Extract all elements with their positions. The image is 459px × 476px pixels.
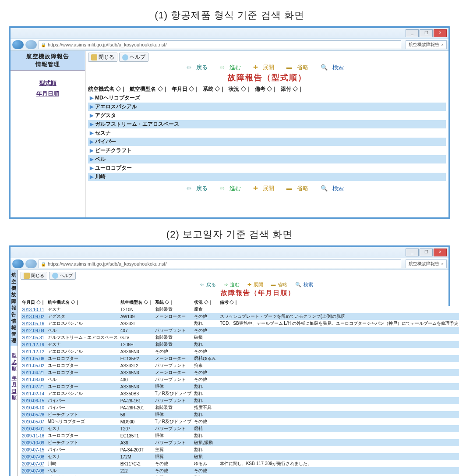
date-link[interactable]: 2013-09-02 [22, 314, 44, 319]
date-link[interactable]: 2011-12-19 [22, 342, 44, 347]
tab-close-icon[interactable]: × [441, 43, 444, 47]
date-link[interactable]: 2013-10-11 [22, 307, 44, 312]
browser-back-button[interactable] [12, 40, 24, 49]
date-cell[interactable]: 2011-12-12 [21, 348, 46, 355]
date-link[interactable]: 2010-06-15 [22, 398, 44, 403]
manufacturer-row[interactable]: ▶パイパー [88, 138, 446, 146]
date-link[interactable]: 2009-11-18 [22, 433, 44, 438]
manufacturer-row[interactable]: ▶ユーロコプター [88, 164, 446, 172]
date-link[interactable]: 2011-05-06 [22, 356, 44, 361]
tab-close-icon-2[interactable]: × [441, 262, 444, 266]
address-bar-2[interactable]: 🔒 https://www.asims.mlit.go.jp/fsdb/a_ko… [39, 259, 401, 268]
nav-forward[interactable]: ⇨ 進む [220, 64, 245, 71]
browser-forward-button[interactable] [25, 40, 37, 49]
date-link[interactable]: 2009-07-08 [22, 455, 44, 459]
date-link[interactable]: 2009-07-15 [22, 448, 44, 452]
nav-forward-2[interactable]: ⇨進む [224, 282, 242, 287]
date-link[interactable]: 2010-05-28 [22, 412, 44, 417]
nav-back[interactable]: ⇦ 戻る [187, 64, 212, 71]
column-header[interactable]: 添付 ◇｜ [281, 85, 303, 93]
table-column-header[interactable]: 航空機型名 ◇｜ [119, 299, 154, 306]
address-bar[interactable]: 🔒 https://www.asims.mlit.go.jp/fsdb/a_ko… [39, 40, 401, 49]
nav-collapse[interactable]: ▬ 省略 [286, 64, 312, 71]
column-header[interactable]: 系統 ◇｜ [203, 85, 225, 93]
date-cell[interactable]: 2009-07-07 [21, 460, 46, 467]
manufacturer-row[interactable]: ▶ベル [88, 155, 446, 163]
date-link[interactable]: 2009-07-07 [22, 462, 44, 466]
date-link[interactable]: 2011-02-14 [22, 391, 44, 396]
date-cell[interactable]: 2010-05-28 [21, 411, 46, 418]
date-link[interactable]: 2012-05-31 [22, 335, 44, 340]
window-max-button-2[interactable]: ☐ [420, 249, 433, 256]
date-cell[interactable]: 2009-11-18 [21, 432, 46, 439]
nav-collapse-2[interactable]: ▬省略 [271, 282, 290, 287]
date-cell[interactable]: 2012-05-31 [21, 334, 46, 341]
nav-search-bottom[interactable]: 🔍 検索 [321, 185, 348, 192]
date-cell[interactable]: 2013-09-02 [21, 313, 46, 320]
date-link[interactable]: 2011-04-21 [22, 370, 44, 375]
date-cell[interactable]: 2010-03-01 [21, 425, 46, 432]
window-close-button[interactable]: × [434, 29, 447, 37]
date-link[interactable]: 2011-05-02 [22, 363, 44, 368]
date-cell[interactable]: 2011-05-06 [21, 355, 46, 362]
window-min-button-2[interactable]: _ [406, 249, 419, 256]
date-cell[interactable]: 2009-07-15 [21, 446, 46, 453]
column-header[interactable]: 航空機式名 ◇｜ [88, 85, 126, 93]
date-cell[interactable]: 2009-06-24 [21, 474, 46, 476]
nav-back-bottom[interactable]: ⇦ 戻る [187, 185, 212, 192]
manufacturer-row[interactable]: ▶MDヘリコプターズ [88, 94, 446, 102]
column-header[interactable]: 航空機型名 ◇｜ [130, 85, 168, 93]
table-column-header[interactable]: 備考 ◇｜ [219, 299, 459, 306]
date-cell[interactable]: 2009-07-08 [21, 453, 46, 460]
date-cell[interactable]: 2010-06-10 [21, 404, 46, 411]
sidebar-link-type[interactable]: 型式順 [11, 79, 85, 87]
help-button-2[interactable]: ヘルプ [49, 272, 76, 280]
date-cell[interactable]: 2010-05-07 [21, 418, 46, 425]
browser-tab[interactable]: 航空機故障報告 × [406, 40, 447, 49]
column-header[interactable]: 備考 ◇｜ [255, 85, 277, 93]
sidebar-link-date-2[interactable]: 年月日順 [11, 375, 18, 401]
window-close-button-2[interactable]: × [434, 249, 447, 256]
date-link[interactable]: 2012-09-04 [22, 328, 44, 333]
table-column-header[interactable]: 系統 ◇｜ [154, 299, 193, 306]
sidebar-link-type-2[interactable]: 型式順 [11, 352, 18, 372]
table-column-header[interactable]: 航空機式名 ◇｜ [46, 299, 119, 306]
date-cell[interactable]: 2013-05-16 [21, 320, 46, 327]
table-column-header[interactable]: 年月日 ◇｜ [21, 299, 46, 306]
browser-forward-button-2[interactable] [25, 259, 37, 268]
manufacturer-row[interactable]: ▶ガルフストリーム・エアロスペース [88, 120, 446, 128]
date-cell[interactable]: 2011-12-19 [21, 341, 46, 348]
nav-forward-bottom[interactable]: ⇨ 進む [220, 185, 245, 192]
close-button[interactable]: 閉じる [88, 53, 117, 62]
help-button[interactable]: ヘルプ [119, 53, 148, 62]
window-max-button[interactable]: ☐ [420, 29, 433, 37]
date-cell[interactable]: 2011-04-21 [21, 369, 46, 376]
date-link[interactable]: 2010-05-07 [22, 419, 44, 424]
manufacturer-row[interactable]: ▶川崎 [88, 173, 446, 181]
date-cell[interactable]: 2012-09-04 [21, 327, 46, 334]
date-cell[interactable]: 2010-06-15 [21, 397, 46, 404]
date-cell[interactable]: 2011-05-02 [21, 362, 46, 369]
date-link[interactable]: 2011-03-03 [22, 377, 44, 382]
date-link[interactable]: 2011-12-12 [22, 349, 44, 354]
nav-collapse-bottom[interactable]: ▬ 省略 [286, 185, 312, 192]
nav-expand-bottom[interactable]: ✚ 展開 [253, 185, 278, 192]
column-header[interactable]: 状況 ◇｜ [229, 85, 251, 93]
nav-expand-2[interactable]: ✚展開 [247, 282, 265, 287]
nav-search-2[interactable]: 🔍検索 [295, 282, 315, 287]
manufacturer-row[interactable]: ▶ビーチクラフト [88, 146, 446, 155]
date-cell[interactable]: 2011-02-21 [21, 383, 46, 390]
nav-search[interactable]: 🔍 検索 [321, 64, 348, 71]
column-header[interactable]: 年月日 ◇｜ [172, 85, 199, 93]
close-button-2[interactable]: 閉じる [21, 272, 47, 280]
manufacturer-row[interactable]: ▶アグスタ [88, 111, 446, 120]
table-column-header[interactable]: 状況 ◇｜ [193, 299, 219, 306]
sidebar-link-date[interactable]: 年月日順 [11, 90, 85, 98]
date-link[interactable]: 2011-02-21 [22, 384, 44, 389]
date-cell[interactable]: 2009-10-09 [21, 439, 46, 446]
date-link[interactable]: 2010-03-01 [22, 426, 44, 431]
date-cell[interactable]: 2013-10-11 [21, 306, 46, 313]
date-link[interactable]: 2010-06-10 [22, 405, 44, 410]
nav-expand[interactable]: ✚ 展開 [253, 64, 278, 71]
window-min-button[interactable]: _ [406, 29, 419, 37]
